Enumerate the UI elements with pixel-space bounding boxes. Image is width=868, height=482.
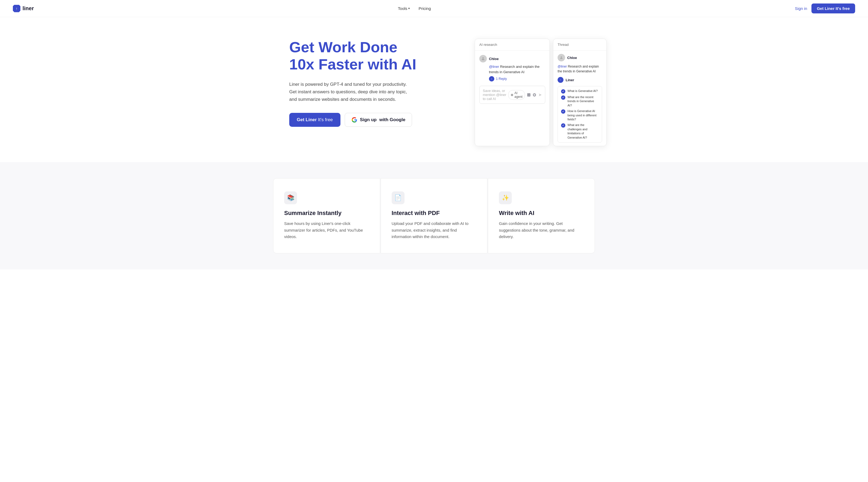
hero-title: Get Work Done 10x Faster with AI	[289, 39, 416, 73]
nav-tools-label: Tools	[398, 6, 407, 11]
liner-reply-icon	[489, 76, 494, 82]
summarize-title: Summarize Instantly	[284, 210, 369, 217]
chat-text: @liner Research and explain the trends i…	[479, 64, 545, 74]
nav-item-pricing[interactable]: Pricing	[418, 6, 431, 11]
hero-panel: AI research Chloe @liner Research and ex…	[475, 39, 609, 146]
check-text-4: What are the challenges and limitations …	[567, 123, 598, 140]
hero-title-line2: 10x Faster with AI	[289, 56, 416, 73]
check-icon-3	[561, 109, 565, 114]
link-icon: ⊙	[533, 92, 536, 97]
nav-pricing-label: Pricing	[418, 6, 431, 11]
google-icon	[351, 117, 357, 123]
check-item-1: What is Generative AI?	[561, 89, 598, 94]
summarize-desc: Save hours by using Liner's one-click su…	[284, 220, 369, 240]
thread-mention-text: @liner Research and explain the trends i…	[558, 64, 602, 74]
chat-message: Chloe @liner Research and explain the tr…	[479, 55, 545, 82]
ai-agent-label: AI agent	[515, 91, 523, 99]
write-title: Write with AI	[499, 210, 584, 217]
check-item-3: How is Generative AI being used in diffe…	[561, 109, 598, 121]
at-liner-mention: @liner	[489, 65, 499, 69]
thread-user-avatar	[558, 54, 565, 61]
nav-item-tools[interactable]: Tools ▾	[398, 6, 410, 11]
hero-buttons: Get Liner It's free Sign up with Google	[289, 113, 416, 127]
input-placeholder: Save ideas, or mention @liner to call AI	[483, 89, 508, 101]
signup-bold: Sign up	[360, 117, 377, 122]
input-actions: ⊕ AI agent ⊞ ⊙ ➤	[508, 90, 542, 100]
navbar: liner Tools ▾ Pricing Sign in Get Liner …	[0, 0, 868, 17]
get-liner-light: It's free	[318, 117, 333, 122]
features-section: 📚 Summarize Instantly Save hours by usin…	[0, 162, 868, 269]
pdf-desc: Upload your PDF and collaborate with AI …	[392, 220, 476, 240]
get-liner-bold: Get Liner	[297, 117, 317, 122]
check-item-4: What are the challenges and limitations …	[561, 123, 598, 140]
signup-light: with Google	[379, 117, 405, 122]
attach-icon: ⊞	[527, 92, 530, 97]
hero-section: Get Work Done 10x Faster with AI Liner i…	[246, 17, 622, 162]
chat-user-row: Chloe	[479, 55, 545, 62]
check-text-3: How is Generative AI being used in diffe…	[567, 109, 598, 121]
liner-name: Liner	[566, 78, 574, 82]
navbar-logo-text: liner	[23, 5, 34, 11]
hero-content: Get Work Done 10x Faster with AI Liner i…	[289, 39, 416, 127]
feature-card-pdf: 📄 Interact with PDF Upload your PDF and …	[381, 178, 488, 253]
ai-agent-button[interactable]: ⊕ AI agent	[508, 90, 525, 100]
signin-link[interactable]: Sign in	[795, 6, 807, 11]
reply-text: 1 Reply	[496, 77, 507, 81]
reply-row[interactable]: 1 Reply	[479, 76, 545, 82]
thread-checklist: What is Generative AI? What are the rece…	[558, 86, 602, 143]
thread-header: Thread	[553, 39, 607, 51]
thread-user-row: Chloe	[558, 54, 602, 61]
chevron-down-icon: ▾	[408, 7, 410, 10]
feature-card-write: ✨ Write with AI Gain confidence in your …	[488, 178, 595, 253]
svg-point-0	[482, 57, 484, 59]
hero-description: Liner is powered by GPT-4 and tuned for …	[289, 81, 412, 103]
google-signup-button[interactable]: Sign up with Google	[345, 113, 412, 127]
input-row[interactable]: Save ideas, or mention @liner to call AI…	[479, 86, 545, 104]
write-icon: ✨	[499, 191, 512, 204]
pdf-title: Interact with PDF	[392, 210, 476, 217]
ai-research-card: AI research Chloe @liner Research and ex…	[475, 39, 550, 146]
check-item-2: What are the recent trends in Generative…	[561, 95, 598, 108]
check-text-1: What is Generative AI?	[567, 89, 598, 93]
summarize-icon: 📚	[284, 191, 297, 204]
chat-user-name: Chloe	[489, 57, 499, 61]
check-icon-2	[561, 95, 565, 100]
navbar-actions: Sign in Get Liner It's free	[795, 3, 855, 13]
svg-point-1	[561, 56, 562, 58]
check-icon-1	[561, 89, 565, 94]
hero-title-line1: Get Work Done	[289, 39, 397, 56]
send-icon[interactable]: ➤	[538, 92, 542, 97]
navbar-nav: Tools ▾ Pricing	[398, 6, 431, 11]
features-grid: 📚 Summarize Instantly Save hours by usin…	[273, 178, 595, 253]
get-liner-nav-button[interactable]: Get Liner It's free	[811, 3, 855, 13]
user-avatar	[479, 55, 487, 62]
liner-logo-icon	[13, 5, 20, 12]
pdf-icon: 📄	[392, 191, 404, 204]
ai-agent-icon: ⊕	[511, 93, 513, 97]
thread-user-name: Chloe	[567, 56, 577, 60]
panel-wrapper: AI research Chloe @liner Research and ex…	[475, 39, 609, 146]
feature-card-summarize: 📚 Summarize Instantly Save hours by usin…	[273, 178, 380, 253]
thread-card: Thread Chloe @liner Research and explain…	[553, 39, 607, 146]
check-text-2: What are the recent trends in Generative…	[567, 95, 598, 108]
write-desc: Gain confidence in your writing. Get sug…	[499, 220, 584, 240]
liner-icon	[558, 77, 563, 83]
ai-research-body: Chloe @liner Research and explain the tr…	[475, 51, 550, 108]
ai-research-header: AI research	[475, 39, 550, 51]
navbar-logo[interactable]: liner	[13, 5, 34, 12]
check-icon-4	[561, 123, 565, 128]
thread-liner-row: Liner	[558, 77, 602, 83]
thread-body: Chloe @liner Research and explain the tr…	[553, 51, 607, 146]
get-liner-hero-button[interactable]: Get Liner It's free	[289, 113, 340, 127]
thread-at-liner: @liner	[558, 65, 567, 68]
